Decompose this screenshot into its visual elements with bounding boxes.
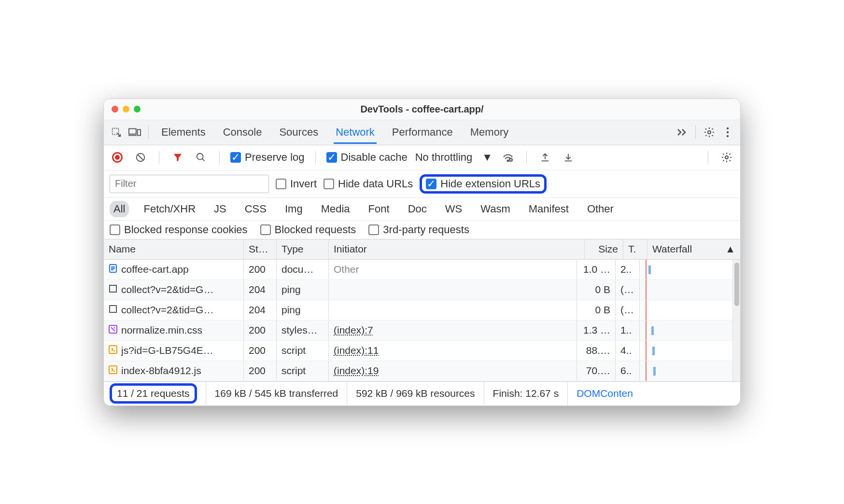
column-name[interactable]: Name xyxy=(104,239,244,259)
request-row[interactable]: normalize.min.css200styles…(index):71.3 … xyxy=(104,321,732,341)
hide-data-urls-checkbox[interactable]: Hide data URLs xyxy=(324,178,413,190)
network-settings-icon[interactable] xyxy=(719,150,734,165)
separator xyxy=(148,126,149,139)
tab-console[interactable]: Console xyxy=(221,121,264,144)
request-time: (… xyxy=(616,300,640,320)
request-type: script xyxy=(277,341,329,361)
domcontentloaded-link[interactable]: DOMConten xyxy=(568,382,642,406)
more-tabs-icon[interactable] xyxy=(674,125,689,140)
request-type: styles… xyxy=(277,321,329,340)
request-row[interactable]: collect?v=2&tid=G…204ping0 B(… xyxy=(104,300,732,321)
maximize-window[interactable] xyxy=(134,106,141,112)
blocked-requests-checkbox[interactable]: Blocked requests xyxy=(260,224,356,236)
type-filter-font[interactable]: Font xyxy=(365,201,394,217)
invert-label: Invert xyxy=(290,178,317,190)
third-party-label: 3rd-party requests xyxy=(383,224,469,236)
checkbox-icon xyxy=(368,224,379,235)
table-body: coffee-cart.app200docu…Other1.0 …2..coll… xyxy=(104,260,732,381)
file-type-icon xyxy=(109,345,117,356)
column-waterfall[interactable]: Waterfall ▲ xyxy=(647,239,740,259)
initiator-link[interactable]: (index):11 xyxy=(334,345,379,356)
blocked-requests-label: Blocked requests xyxy=(275,224,356,236)
import-har-icon[interactable] xyxy=(537,150,553,165)
search-icon[interactable] xyxy=(193,150,209,165)
blocked-cookies-checkbox[interactable]: Blocked response cookies xyxy=(110,224,248,236)
request-time: (… xyxy=(616,280,640,300)
request-size: 1.3 … xyxy=(577,321,616,340)
initiator-link[interactable]: (index):7 xyxy=(334,324,373,336)
type-filter-ws[interactable]: WS xyxy=(441,201,466,217)
inspect-element-icon[interactable] xyxy=(109,125,124,140)
type-filter-img[interactable]: Img xyxy=(281,201,307,217)
highlight-hide-extension: ✓ Hide extension URLs xyxy=(420,174,547,194)
column-type[interactable]: Type xyxy=(277,239,329,259)
tab-network[interactable]: Network xyxy=(334,121,377,144)
initiator-link[interactable]: (index):19 xyxy=(334,365,379,377)
column-initiator[interactable]: Initiator xyxy=(329,239,585,259)
type-filter-fetch-xhr[interactable]: Fetch/XHR xyxy=(140,201,199,217)
column-time[interactable]: T. xyxy=(623,239,647,259)
request-initiator: (index):19 xyxy=(329,361,577,381)
third-party-checkbox[interactable]: 3rd-party requests xyxy=(368,224,469,236)
hide-extension-urls-checkbox[interactable]: ✓ Hide extension URLs xyxy=(426,178,540,190)
checkbox-icon xyxy=(110,224,120,235)
type-filter-media[interactable]: Media xyxy=(317,201,354,217)
throttling-select[interactable]: No throttling ▼ xyxy=(415,151,492,164)
waterfall-marker xyxy=(646,341,647,361)
type-filter-css[interactable]: CSS xyxy=(241,201,270,217)
record-button[interactable] xyxy=(110,150,125,165)
request-type: docu… xyxy=(277,260,329,280)
type-filter-doc[interactable]: Doc xyxy=(404,201,431,217)
request-row[interactable]: collect?v=2&tid=G…204ping0 B(… xyxy=(104,280,732,300)
request-status: 204 xyxy=(244,300,277,320)
type-filter-wasm[interactable]: Wasm xyxy=(477,201,514,217)
device-toolbar-icon[interactable] xyxy=(127,125,142,140)
request-row[interactable]: coffee-cart.app200docu…Other1.0 …2.. xyxy=(104,260,732,280)
vertical-scrollbar[interactable] xyxy=(732,260,740,381)
request-name: collect?v=2&tid=G… xyxy=(121,304,213,316)
request-initiator xyxy=(329,300,577,320)
invert-checkbox[interactable]: Invert xyxy=(276,178,317,190)
filter-icon[interactable] xyxy=(170,150,185,165)
transferred-size: 169 kB / 545 kB transferred xyxy=(206,382,348,406)
preserve-log-label: Preserve log xyxy=(245,151,305,164)
waterfall-bar xyxy=(651,326,654,335)
file-type-icon xyxy=(109,365,117,377)
request-size: 1.0 … xyxy=(577,260,616,280)
scrollbar-thumb[interactable] xyxy=(734,263,739,306)
svg-point-10 xyxy=(197,154,203,160)
svg-rect-22 xyxy=(110,306,116,312)
tab-elements[interactable]: Elements xyxy=(159,121,208,144)
file-type-icon xyxy=(109,304,117,316)
request-row[interactable]: index-8bfa4912.js200script(index):1970.…… xyxy=(104,361,732,381)
network-conditions-icon[interactable] xyxy=(500,150,516,165)
request-initiator: (index):11 xyxy=(329,341,577,361)
tab-sources[interactable]: Sources xyxy=(277,121,320,144)
request-row[interactable]: js?id=G-LB75G4E…200script(index):1188.…4… xyxy=(104,341,732,361)
kebab-menu-icon[interactable] xyxy=(720,125,735,140)
file-type-icon xyxy=(109,324,117,336)
checkbox-icon: ✓ xyxy=(326,152,337,163)
type-filter-manifest[interactable]: Manifest xyxy=(525,201,573,217)
type-filter-js[interactable]: JS xyxy=(210,201,230,217)
disable-cache-checkbox[interactable]: ✓ Disable cache xyxy=(326,151,408,164)
blocked-cookies-label: Blocked response cookies xyxy=(124,224,248,236)
hide-data-urls-label: Hide data URLs xyxy=(338,178,413,190)
column-size[interactable]: Size xyxy=(585,239,623,259)
tab-memory[interactable]: Memory xyxy=(468,121,510,144)
type-filter-other[interactable]: Other xyxy=(583,201,618,217)
export-har-icon[interactable] xyxy=(561,150,576,165)
request-waterfall xyxy=(640,341,732,361)
settings-icon[interactable] xyxy=(702,125,717,140)
type-filter-all[interactable]: All xyxy=(110,201,129,217)
clear-button[interactable] xyxy=(133,150,148,165)
preserve-log-checkbox[interactable]: ✓ Preserve log xyxy=(230,151,305,164)
filter-input[interactable] xyxy=(110,175,269,193)
separator xyxy=(219,151,220,164)
tab-performance[interactable]: Performance xyxy=(390,121,455,144)
close-window[interactable] xyxy=(112,106,118,112)
column-status[interactable]: St… xyxy=(244,239,277,259)
minimize-window[interactable] xyxy=(123,106,129,112)
separator xyxy=(708,151,708,164)
svg-point-13 xyxy=(509,158,512,161)
